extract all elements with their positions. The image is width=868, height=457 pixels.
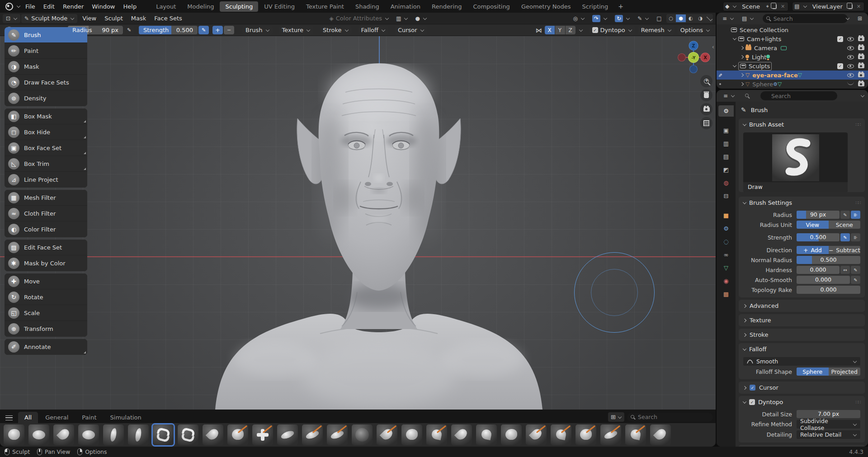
tool-density[interactable]: ⊚Density [5, 90, 87, 106]
workspace-tab-scripting[interactable]: Scripting [577, 1, 614, 12]
shading-solid-icon[interactable]: ● [676, 14, 686, 22]
tool-cloth-filter[interactable]: ≈Cloth Filter [5, 206, 87, 221]
panel-texture[interactable]: Texture [739, 314, 865, 326]
shelf-tab-all[interactable]: All [18, 412, 38, 423]
symmetry-y-button[interactable]: Y [555, 26, 565, 34]
tool-scale[interactable]: ◱Scale [5, 305, 87, 321]
shelf-tab-simulation[interactable]: Simulation [104, 412, 148, 423]
display-color-button[interactable]: ● [412, 14, 429, 23]
brush-thumb-17[interactable] [426, 424, 447, 445]
popover-texture[interactable]: Texture [279, 26, 314, 35]
brush-settings-panel-header[interactable]: Brush Settings ∷∷ [739, 197, 865, 209]
show-gizmo-button[interactable]: □ [653, 14, 665, 23]
cursor-checkbox[interactable]: ✓ [750, 385, 755, 391]
brush-thumb-22[interactable] [551, 424, 571, 445]
blender-logo-icon[interactable] [5, 2, 14, 11]
remesh-popover[interactable]: Remesh [638, 26, 675, 35]
shading-rendered-icon[interactable]: ◑ [695, 14, 705, 22]
new-collection-button[interactable]: ⊞ [854, 14, 865, 23]
popover-falloff[interactable]: Falloff [358, 26, 388, 35]
tool-line-project[interactable]: ⊿Line Project [5, 172, 87, 188]
menu-file[interactable]: File [21, 2, 39, 11]
outliner-display-mode[interactable]: ≡ [719, 14, 737, 23]
dyntopo-checkbox[interactable]: ✓ [592, 27, 598, 33]
outliner-row-camera[interactable]: Camera [717, 43, 868, 52]
tool-rotate[interactable]: ↻Rotate [5, 289, 87, 305]
expander[interactable] [731, 65, 738, 67]
shading-wireframe-icon[interactable]: ○ [666, 14, 676, 22]
workspace-tab-modeling[interactable]: Modeling [182, 1, 219, 12]
viewport-menu-view[interactable]: View [78, 15, 100, 22]
falloff-popover-button[interactable]: ▥ [393, 14, 411, 23]
tablet-pressure-icon[interactable]: ⊪ [851, 233, 860, 241]
tool-box-hide[interactable]: ◻Box Hide [5, 124, 87, 140]
outliner-row-sculpts[interactable]: Sculpts✓ [717, 61, 868, 71]
tablet-pressure-icon[interactable]: ⊪ [851, 211, 860, 219]
pressure-pen-icon[interactable]: ✎ [840, 211, 850, 219]
brush-thumb-19[interactable] [476, 424, 497, 445]
tool-edit-face-set[interactable]: ▨Edit Face Set [5, 240, 87, 255]
annotate-tool-button[interactable]: ✎ [634, 14, 652, 23]
popover-cursor[interactable]: Cursor [395, 26, 427, 35]
direction-subtract-button[interactable]: − [224, 26, 234, 34]
shelf-tab-general[interactable]: General [39, 412, 75, 423]
scene-properties-tab[interactable]: ◩ [718, 164, 734, 175]
mode-selector[interactable]: ✎ Sculpt Mode [21, 14, 77, 23]
brush-thumb-26[interactable] [650, 424, 671, 445]
tool-transform[interactable]: ⊕Transform [5, 321, 87, 337]
eye-icon[interactable] [847, 55, 854, 59]
outliner-row-light[interactable]: Light [717, 52, 868, 61]
eye-closed-icon[interactable] [847, 81, 854, 85]
material-properties-tab[interactable]: ◉ [718, 275, 734, 287]
eye-icon[interactable] [847, 64, 854, 68]
tool-box-mask[interactable]: ◧Box Mask [5, 108, 87, 124]
zoom-icon[interactable] [700, 75, 712, 87]
viewlayer-selector[interactable]: ▤ ViewLayer ✕ [792, 2, 864, 11]
menu-window[interactable]: Window [88, 2, 119, 11]
dyntopo-panel-header[interactable]: ✓ Dyntopo ∷∷ [739, 396, 865, 408]
brush-thumb-9[interactable] [227, 424, 248, 445]
pin-icon[interactable]: ✦ [765, 4, 769, 9]
tool-mask-by-color[interactable]: ✱Mask by Color [5, 255, 87, 271]
brush-thumb-23[interactable] [576, 424, 596, 445]
autosmooth-slider[interactable]: 0.000 [797, 276, 850, 284]
panel-stroke[interactable]: Stroke [739, 329, 865, 341]
camera-restrict-icon[interactable] [858, 82, 864, 86]
tool-color-filter[interactable]: ◐Color Filter [5, 221, 87, 237]
brush-thumb-13[interactable] [327, 424, 348, 445]
physics-properties-tab[interactable]: ◌ [718, 236, 734, 247]
viewlayer-name[interactable]: ViewLayer [810, 3, 845, 10]
expander[interactable] [738, 74, 745, 76]
brush-thumb-12[interactable] [302, 424, 323, 445]
invert-arrows-icon[interactable]: ↔ [840, 266, 850, 274]
symmetry-z-button[interactable]: Z [566, 26, 576, 34]
popover-stroke[interactable]: Stroke [320, 26, 351, 35]
direction-add-button[interactable]: + [212, 26, 223, 34]
display-settings-button[interactable]: ⊞ [608, 412, 624, 422]
exclude-checkbox[interactable]: ✓ [837, 63, 843, 69]
viewport-menu-face-sets[interactable]: Face Sets [150, 15, 186, 22]
camera-restrict-icon[interactable] [858, 64, 864, 68]
properties-search-input[interactable] [760, 91, 837, 100]
workspace-tab-texture-paint[interactable]: Texture Paint [301, 1, 349, 12]
collapse-arrow-icon[interactable]: ‹ [712, 43, 714, 50]
outliner-row-scene-collection[interactable]: Scene Collection [717, 25, 868, 34]
radius-unit-scene[interactable]: Scene [829, 221, 861, 229]
object-properties-tab[interactable]: ■ [718, 210, 734, 221]
constraints-properties-tab[interactable]: ∞ [718, 249, 734, 260]
brush-thumb-24[interactable] [600, 424, 621, 445]
brush-thumb-25[interactable] [625, 424, 646, 445]
viewport-canvas[interactable]: Front Orthographic (1) eye-area-face Z X… [0, 36, 716, 410]
eye-icon[interactable] [847, 46, 854, 50]
brush-asset-panel-header[interactable]: Brush Asset ∷∷ [739, 118, 865, 131]
outliner-search-input[interactable] [763, 14, 848, 23]
viewport-menu-sculpt[interactable]: Sculpt [100, 15, 127, 22]
shading-material-icon[interactable]: ◐ [686, 14, 696, 22]
tool-move[interactable]: ✚Move [5, 273, 87, 289]
outliner-row-eye-area-face[interactable]: ✎▽eye-area-face▽ [717, 71, 868, 80]
copy-icon[interactable] [772, 4, 777, 9]
pressure-pen-icon[interactable]: ✎ [851, 266, 860, 274]
brush-thumb-15[interactable] [377, 424, 397, 445]
object-data-properties-tab[interactable]: ▽ [718, 262, 734, 273]
outliner-row-cam-lights[interactable]: Cam+lights✓ [717, 34, 868, 43]
